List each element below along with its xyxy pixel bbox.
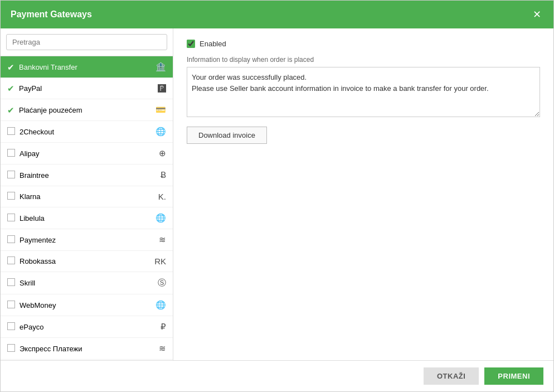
sidebar-item-label-bankovni-transfer: Bankovni Transfer	[19, 63, 151, 71]
sidebar-item-icon-placanje-pouzecem: 💳	[155, 105, 166, 115]
empty-checkbox-ekspress-platezhi	[7, 344, 15, 352]
empty-checkbox-skrill	[7, 278, 15, 286]
cancel-button[interactable]: OTKAŽI	[424, 367, 479, 385]
sidebar-item-label-klarna: Klarna	[20, 192, 154, 201]
check-icon-klarna	[7, 192, 15, 201]
sidebar-item-icon-epayco: ₽	[161, 322, 166, 332]
close-button[interactable]: ✕	[531, 8, 543, 21]
sidebar-item-robokassa[interactable]: RobokassaRK	[1, 251, 173, 272]
sidebar-item-icon-skrill: Ⓢ	[158, 278, 166, 288]
sidebar-item-paymentez[interactable]: Paymentez≋	[1, 229, 173, 251]
sidebar-item-label-placanje-pouzecem: Plaćanje pouzećem	[19, 106, 151, 114]
empty-checkbox-2checkout	[7, 127, 15, 135]
sidebar-item-icon-braintree: Ƀ	[161, 170, 166, 180]
dialog-title: Payment Gateways	[11, 9, 92, 20]
dialog-footer: OTKAŽI PRIMENI	[1, 360, 553, 391]
check-icon-2checkout	[7, 127, 15, 137]
check-icon-ekspress-platezhi	[7, 344, 15, 354]
sidebar-item-alipay[interactable]: Alipay⊕	[1, 143, 173, 164]
sidebar-item-epayco[interactable]: ePayco₽	[1, 316, 173, 338]
sidebar-item-paypal[interactable]: ✔PayPal🅿	[1, 78, 173, 99]
sidebar: ✔Bankovni Transfer🏦✔PayPal🅿✔Plaćanje pou…	[1, 28, 173, 360]
empty-checkbox-paymentez	[7, 235, 15, 243]
sidebar-item-icon-paypal: 🅿	[158, 84, 166, 93]
sidebar-list: ✔Bankovni Transfer🏦✔PayPal🅿✔Plaćanje pou…	[1, 56, 173, 360]
sidebar-item-label-paypal: PayPal	[19, 84, 153, 93]
sidebar-item-label-alipay: Alipay	[20, 149, 154, 158]
sidebar-item-bankovni-transfer[interactable]: ✔Bankovni Transfer🏦	[1, 56, 173, 78]
empty-checkbox-alipay	[7, 149, 15, 157]
check-icon-libelula	[7, 214, 15, 223]
sidebar-item-label-paymentez: Paymentez	[20, 236, 154, 244]
search-input[interactable]	[6, 34, 167, 50]
sidebar-item-icon-alipay: ⊕	[159, 148, 166, 158]
payment-gateways-dialog: Payment Gateways ✕ ✔Bankovni Transfer🏦✔P…	[0, 0, 554, 392]
empty-checkbox-epayco	[7, 322, 15, 330]
enabled-checkbox[interactable]	[187, 40, 195, 48]
sidebar-item-icon-bankovni-transfer: 🏦	[155, 62, 166, 72]
sidebar-item-label-robokassa: Robokassa	[20, 257, 150, 265]
download-invoice-button[interactable]: Download invoice	[187, 127, 267, 144]
sidebar-item-label-braintree: Braintree	[20, 171, 156, 180]
sidebar-item-placanje-pouzecem[interactable]: ✔Plaćanje pouzećem💳	[1, 99, 173, 121]
sidebar-item-label-libelula: Libelula	[20, 214, 151, 222]
apply-button[interactable]: PRIMENI	[484, 367, 543, 385]
check-icon-paypal: ✔	[7, 84, 14, 93]
check-icon-paymentez	[7, 235, 15, 245]
dialog-body: ✔Bankovni Transfer🏦✔PayPal🅿✔Plaćanje pou…	[1, 28, 553, 360]
check-icon-robokassa	[7, 257, 15, 266]
sidebar-item-icon-klarna: K.	[158, 192, 166, 201]
empty-checkbox-robokassa	[7, 257, 15, 264]
sidebar-item-label-epayco: ePayco	[20, 323, 156, 331]
sidebar-item-webmoney[interactable]: WebMoney🌐	[1, 294, 173, 316]
check-icon-bankovni-transfer: ✔	[7, 63, 14, 71]
sidebar-item-icon-libelula: 🌐	[155, 213, 166, 223]
search-box	[1, 28, 173, 56]
sidebar-item-label-ekspress-platezhi: Экспресс Платежи	[20, 345, 154, 353]
sidebar-item-label-webmoney: WebMoney	[20, 301, 151, 309]
sidebar-item-klarna[interactable]: KlarnaK.	[1, 186, 173, 207]
enabled-label: Enabled	[200, 40, 226, 48]
check-icon-braintree	[7, 171, 15, 180]
sidebar-item-icon-webmoney: 🌐	[155, 300, 166, 310]
info-label: Information to display when order is pla…	[187, 56, 540, 64]
empty-checkbox-libelula	[7, 214, 15, 221]
sidebar-item-icon-paymentez: ≋	[159, 235, 166, 245]
sidebar-item-icon-ekspress-platezhi: ≋	[159, 343, 166, 354]
sidebar-item-label-skrill: Skrill	[20, 279, 153, 287]
sidebar-item-label-2checkout: 2Checkout	[20, 128, 151, 136]
check-icon-placanje-pouzecem: ✔	[7, 106, 14, 114]
sidebar-item-2checkout[interactable]: 2Checkout🌐	[1, 121, 173, 143]
dialog-header: Payment Gateways ✕	[1, 1, 553, 28]
sidebar-item-icon-2checkout: 🌐	[155, 127, 166, 137]
info-textarea[interactable]	[187, 67, 540, 117]
check-icon-epayco	[7, 322, 15, 332]
sidebar-item-braintree[interactable]: BraintreeɃ	[1, 164, 173, 186]
empty-checkbox-klarna	[7, 192, 15, 200]
check-icon-skrill	[7, 278, 15, 288]
empty-checkbox-webmoney	[7, 301, 15, 308]
sidebar-item-skrill[interactable]: SkrillⓈ	[1, 272, 173, 294]
enabled-row: Enabled	[187, 40, 540, 48]
sidebar-item-ekspress-platezhi[interactable]: Экспресс Платежи≋	[1, 338, 173, 360]
sidebar-item-icon-robokassa: RK	[154, 257, 166, 266]
empty-checkbox-braintree	[7, 171, 15, 178]
sidebar-item-libelula[interactable]: Libelula🌐	[1, 207, 173, 229]
check-icon-alipay	[7, 149, 15, 158]
content-area: Enabled Information to display when orde…	[173, 28, 553, 360]
check-icon-webmoney	[7, 301, 15, 310]
